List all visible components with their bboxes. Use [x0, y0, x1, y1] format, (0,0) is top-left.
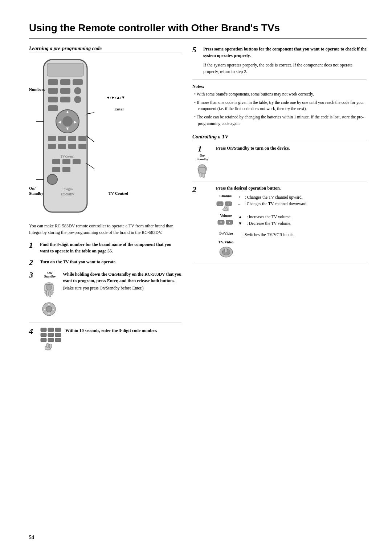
svg-rect-9 — [60, 97, 70, 102]
svg-rect-63 — [46, 343, 49, 348]
step-3-text: While holding down the On/Standby on the… — [63, 271, 181, 291]
svg-rect-25 — [78, 144, 86, 149]
note-1: With some brand's components, some butto… — [192, 91, 367, 97]
svg-text:►: ► — [52, 308, 55, 311]
step-3-num: 3 — [29, 271, 36, 279]
svg-rect-55 — [41, 333, 46, 337]
page-title: Using the Remote controller with Other B… — [29, 22, 367, 34]
note-3: The code can be retained by changing the… — [192, 114, 367, 127]
step-3-sub: (Make sure you press On/Standby before E… — [63, 285, 181, 291]
svg-rect-1 — [47, 63, 83, 76]
svg-text:▼: ▼ — [48, 312, 50, 315]
svg-rect-23 — [58, 144, 66, 149]
ctrl-step-2: 2 Press the desired operation button. Ch… — [192, 186, 367, 263]
svg-text:+: + — [228, 202, 229, 206]
svg-text:◄: ◄ — [57, 119, 62, 125]
step-3: 3 On/Standby — [29, 271, 181, 323]
volume-label: Volume — [220, 214, 232, 218]
svg-point-47 — [46, 306, 52, 312]
step-4: 4 — [29, 327, 181, 353]
ctrl-on-standby-label: On/Standby — [196, 154, 208, 161]
channel-label: Channel — [219, 194, 232, 198]
tvvideo-label: Tv/Video — [219, 231, 233, 235]
svg-rect-44 — [49, 292, 51, 297]
tvvideo-detail: : Switches the TV/VCR inputs. — [238, 231, 294, 238]
ctrl-step-2-title: Press the desired operation button. — [216, 186, 367, 191]
svg-rect-57 — [55, 333, 61, 337]
note-2: If more than one code is given in the ta… — [192, 100, 367, 112]
title-divider — [29, 38, 367, 39]
svg-rect-54 — [55, 328, 61, 332]
svg-rect-52 — [41, 328, 46, 332]
step-5-body: If the system operates properly, the cod… — [203, 62, 367, 75]
remote-image-area: Numbers On/Standby ◄/►/▲/▼ Enter TV Cont… — [29, 56, 102, 217]
ctrl-step-1-num: 1 — [198, 145, 207, 153]
ctrl-step-1: 1 On/Standby Press On/Standby to turn on… — [192, 145, 367, 182]
hand-icon-1 — [40, 280, 58, 298]
svg-point-13 — [62, 116, 73, 126]
svg-rect-30 — [52, 167, 60, 172]
svg-text:▲: ▲ — [65, 109, 70, 114]
svg-rect-66 — [199, 167, 206, 174]
svg-rect-59 — [48, 338, 54, 342]
remote-svg: ▲ ▼ ◄ ► TV Control — [36, 56, 94, 216]
svg-point-32 — [47, 174, 57, 185]
learning-section-title: Learning a pre-programming code — [29, 46, 181, 53]
channel-icon: – + — [216, 199, 236, 211]
svg-rect-64 — [49, 344, 52, 348]
notes-title: Notes: — [192, 84, 367, 89]
svg-rect-4 — [73, 79, 83, 85]
svg-rect-31 — [62, 167, 70, 172]
svg-rect-20 — [68, 136, 76, 141]
svg-text:TV Control: TV Control — [61, 155, 75, 158]
svg-rect-53 — [48, 328, 54, 332]
svg-text:▲: ▲ — [228, 221, 231, 224]
svg-rect-58 — [41, 338, 46, 342]
label-tv-control: TV Control — [109, 191, 128, 195]
step-1-text: Find the 3-digit number for the brand na… — [40, 241, 181, 254]
label-on-standby: On/Standby — [29, 186, 43, 196]
svg-rect-8 — [48, 97, 58, 102]
svg-rect-83 — [225, 248, 227, 253]
tvvideo-row: Tv/Video : Switches the TV/VCR inputs. — [216, 231, 367, 238]
ctrl-hand-icon-1 — [194, 162, 211, 178]
svg-rect-6 — [60, 88, 70, 94]
svg-rect-43 — [46, 291, 48, 296]
svg-rect-24 — [68, 144, 76, 149]
volume-icon: ▼ ▲ — [216, 218, 236, 229]
svg-text:▼: ▼ — [65, 126, 70, 131]
svg-text:▼: ▼ — [220, 221, 222, 224]
controlling-tv-title: Controlling a TV — [192, 134, 367, 141]
svg-rect-5 — [48, 88, 58, 94]
svg-point-45 — [46, 284, 52, 290]
step-3-icons: On/Standby — [40, 271, 60, 318]
ctrl-step-1-text: Press On/Standby to turn on the device. — [216, 145, 367, 151]
volume-detail: ▲ : Increases the TV volume. ▼ : Decreas… — [238, 214, 291, 227]
tvvideo-btn-row: TV/Video — [216, 240, 367, 259]
svg-rect-19 — [58, 136, 66, 141]
page-number: 54 — [29, 535, 34, 540]
remote-diagram: Numbers On/Standby ◄/►/▲/▼ Enter TV Cont… — [29, 56, 181, 217]
svg-rect-21 — [78, 136, 86, 141]
step-2-num: 2 — [29, 259, 36, 267]
channel-detail: + : Changes the TV channel upward. – : C… — [238, 194, 307, 207]
svg-rect-56 — [48, 333, 54, 337]
channel-row: Channel – + — [216, 194, 367, 211]
svg-rect-28 — [62, 159, 70, 164]
tv-video-btn-label: TV/Video — [219, 240, 233, 244]
notes-section: Notes: With some brand's components, som… — [192, 84, 367, 127]
svg-text:RC-583DV: RC-583DV — [61, 193, 74, 196]
step-4-num: 4 — [29, 327, 36, 335]
svg-point-7 — [74, 87, 81, 94]
step-2-text: Turn on the TV that you want to operate. — [40, 259, 181, 265]
steps-1-4: 1 Find the 3-digit number for the brand … — [29, 241, 181, 353]
svg-rect-60 — [55, 338, 61, 342]
label-arrows: ◄/►/▲/▼ — [106, 95, 125, 100]
step-1: 1 Find the 3-digit number for the brand … — [29, 241, 181, 254]
svg-rect-68 — [203, 173, 205, 178]
controlling-tv-section: Controlling a TV 1 On/Standby Press On/S… — [192, 134, 367, 263]
ctrl-step-2-content: Press the desired operation button. Chan… — [216, 186, 367, 259]
svg-text:►: ► — [73, 119, 78, 125]
ctrl-step-2-num: 2 — [192, 186, 212, 194]
svg-rect-67 — [200, 173, 202, 177]
